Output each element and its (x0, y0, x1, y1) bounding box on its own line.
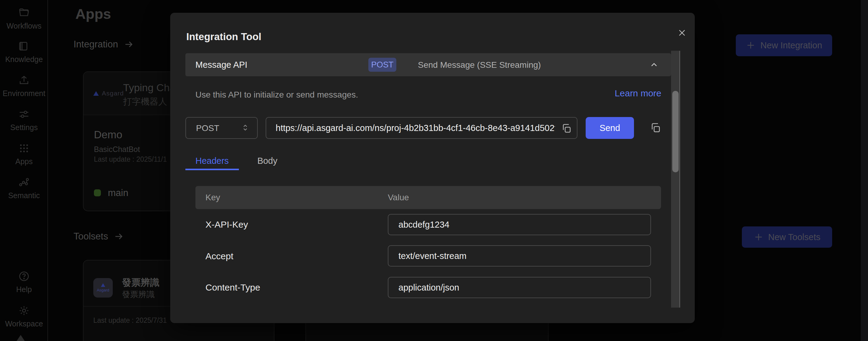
app-type: BasicChatBot (94, 145, 140, 154)
new-toolsets-button[interactable]: New Toolsets (742, 226, 832, 248)
header-value-input[interactable] (389, 277, 650, 298)
toolset-title: 發票辨識 (122, 276, 160, 289)
asgard-triangle-icon (101, 283, 105, 287)
learn-more-link[interactable]: Learn more (615, 88, 661, 98)
app-card-subtitle: 打字機器人 (123, 96, 167, 108)
request-tabs: Headers Body (185, 153, 287, 170)
brand-label: Asgard (102, 90, 124, 97)
new-toolsets-label: New Toolsets (768, 232, 820, 242)
api-info-text: Use this API to initialize or send messa… (195, 90, 358, 100)
chevron-up-icon[interactable] (649, 60, 659, 70)
book-icon (18, 40, 30, 52)
branch-status-dot (94, 189, 101, 196)
toolset-logo: Asgard (93, 278, 113, 298)
column-key: Key (206, 193, 220, 203)
brand-label: Asgard (97, 288, 109, 292)
column-value: Value (388, 193, 409, 203)
select-chevrons-icon (241, 123, 250, 134)
send-button[interactable]: Send (586, 117, 634, 139)
api-name: Message API (195, 60, 247, 70)
new-integration-label: New Integration (761, 40, 822, 51)
asgard-logo-icon (16, 335, 26, 341)
header-value-field-wrap (388, 245, 651, 267)
asgard-triangle-icon (93, 91, 99, 96)
headers-table-header: Key Value (195, 186, 661, 209)
app-last-update: Last update : 2025/11/1 (94, 155, 167, 163)
page-title: Apps (75, 5, 111, 22)
sidebar: Workflows Knowledge Environment Settings… (0, 0, 48, 341)
header-key: Accept (206, 251, 234, 261)
toolsets-section-link[interactable]: Toolsets (73, 231, 124, 242)
integration-section-link[interactable]: Integration (73, 39, 134, 50)
upload-icon (18, 74, 30, 86)
header-value-input[interactable] (389, 215, 650, 235)
sidebar-item-settings[interactable]: Settings (0, 108, 48, 132)
method-select-value: POST (196, 123, 219, 133)
sidebar-item-environment[interactable]: Environment (0, 74, 48, 98)
copy-url-icon[interactable] (561, 123, 572, 134)
sidebar-item-workspace[interactable]: Workspace (0, 305, 48, 328)
method-badge: POST (368, 58, 396, 72)
plus-icon (746, 40, 755, 50)
arrow-right-icon (124, 39, 134, 50)
tab-headers[interactable]: Headers (185, 153, 239, 170)
header-value-field-wrap (388, 214, 651, 235)
method-select[interactable]: POST (185, 117, 258, 139)
help-circle-icon (18, 271, 30, 282)
network-icon (18, 177, 30, 188)
modal-scrollbar-track[interactable] (671, 51, 680, 308)
page-scrollbar-gutter[interactable] (861, 0, 868, 341)
toolset-last-update: Last update : 2025/7/31 (93, 316, 167, 324)
brand-row: Asgard (93, 90, 124, 97)
message-api-accordion-header[interactable]: Message API POST Send Message (SSE Strea… (185, 53, 671, 76)
api-description: Send Message (SSE Streaming) (418, 60, 541, 70)
url-input[interactable] (266, 118, 577, 138)
close-icon[interactable] (675, 26, 689, 39)
grid-icon (18, 143, 30, 154)
header-key: X-API-Key (206, 219, 248, 230)
header-value-input[interactable] (389, 246, 650, 266)
tab-body[interactable]: Body (247, 153, 287, 170)
sliders-icon (18, 108, 30, 120)
header-value-field-wrap (388, 277, 651, 298)
modal-title: Integration Tool (186, 31, 261, 42)
integration-tool-modal: Integration Tool Message API POST Send M… (170, 13, 695, 323)
new-integration-button[interactable]: New Integration (736, 34, 832, 56)
url-input-wrap (266, 117, 578, 139)
branch-label: main (108, 188, 128, 198)
app-name: Demo (94, 129, 122, 141)
folder-icon (18, 7, 30, 19)
sidebar-item-workflows[interactable]: Workflows (0, 7, 48, 30)
sidebar-item-semantic[interactable]: Semantic (0, 177, 48, 200)
plus-icon (754, 232, 764, 242)
integration-section-label: Integration (73, 39, 118, 50)
header-key: Content-Type (206, 282, 260, 293)
toolsets-section-label: Toolsets (73, 231, 108, 242)
copy-request-icon[interactable] (650, 122, 661, 134)
sidebar-item-knowledge[interactable]: Knowledge (0, 40, 48, 64)
gear-icon (18, 305, 30, 316)
toolset-subtitle: 發票辨識 (122, 289, 155, 300)
modal-scrollbar-thumb[interactable] (672, 91, 679, 172)
arrow-right-icon (114, 231, 124, 242)
sidebar-item-apps[interactable]: Apps (0, 143, 48, 166)
sidebar-item-help[interactable]: Help (0, 271, 48, 294)
